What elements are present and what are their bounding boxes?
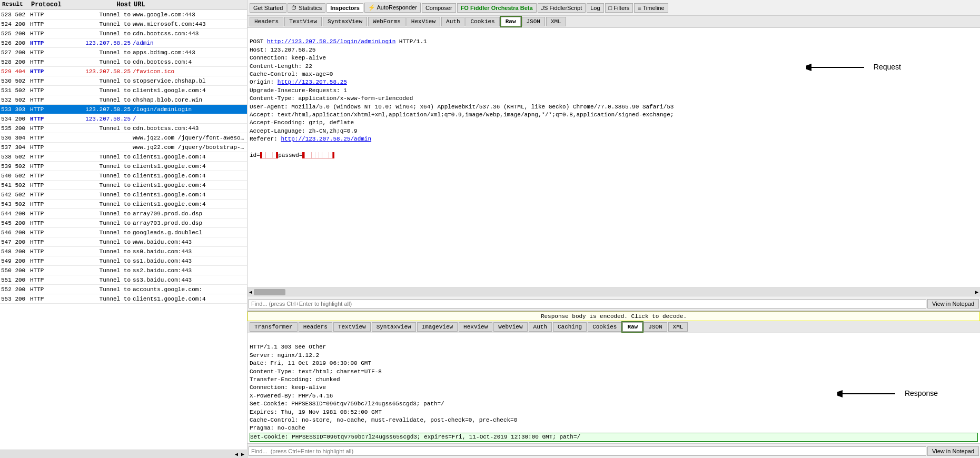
row-result: 527 200 xyxy=(1,49,30,56)
col-header-url: URL xyxy=(134,1,245,8)
tab-request-headers[interactable]: Headers xyxy=(250,17,283,26)
response-date: Date: Fri, 11 Oct 2019 06:30:00 GMT xyxy=(250,360,371,366)
tab-request-json[interactable]: JSON xyxy=(522,17,545,26)
row-url: / xyxy=(133,116,246,122)
table-row[interactable]: 533 303 HTTP 123.207.58.25 /login/adminL… xyxy=(0,105,247,114)
response-content-type: Content-Type: text/html; charset=UTF-8 xyxy=(250,369,382,375)
view-in-notepad-request-button[interactable]: View in Notepad xyxy=(927,299,979,308)
log-button[interactable]: Log xyxy=(587,3,603,13)
tab-response-raw[interactable]: Raw xyxy=(622,322,642,332)
table-row[interactable]: 532 502 HTTP Tunnel to chshap.blob.core.… xyxy=(0,95,247,105)
request-arrow-icon xyxy=(806,59,869,75)
table-row[interactable]: 549 200 HTTP Tunnel to ss1.baidu.com:443 xyxy=(0,256,247,266)
table-row[interactable]: 524 200 HTTP Tunnel to www.microsoft.com… xyxy=(0,19,247,29)
row-protocol: HTTP xyxy=(30,135,64,141)
tab-request-auth[interactable]: Auth xyxy=(441,17,464,26)
statistics-button[interactable]: ⏱ Statistics xyxy=(288,3,325,13)
timeline-button[interactable]: ≡ Timeline xyxy=(634,3,668,13)
tab-request-hexview[interactable]: HexView xyxy=(407,17,440,26)
response-cache-control: Cache-Control: no-store, no-cache, must-… xyxy=(250,417,517,423)
row-result: 547 200 xyxy=(1,239,30,245)
tab-request-cookies[interactable]: Cookies xyxy=(466,17,499,26)
tab-response-json[interactable]: JSON xyxy=(644,322,667,332)
tab-request-textview[interactable]: TextView xyxy=(284,17,322,26)
response-set-cookie-highlight1: Set-Cookie: PHPSESSID=096tqv759bc7l24ugs… xyxy=(250,433,978,442)
table-row[interactable]: 523 502 HTTP Tunnel to www.google.com:44… xyxy=(0,10,247,19)
table-row[interactable]: 530 502 HTTP Tunnel to stopservice.chsha… xyxy=(0,76,247,86)
table-row[interactable]: 550 200 HTTP Tunnel to ss2.baidu.com:443 xyxy=(0,266,247,275)
tab-caching[interactable]: Caching xyxy=(553,322,587,332)
autoresponder-button[interactable]: ⚡ AutoResponder xyxy=(364,3,421,13)
request-origin-link[interactable]: http://123.207.58.25 xyxy=(278,79,347,85)
table-row[interactable]: 548 200 HTTP Tunnel to ss0.baidu.com:443 xyxy=(0,247,247,256)
tab-response-cookies[interactable]: Cookies xyxy=(588,322,621,332)
tab-response-auth[interactable]: Auth xyxy=(529,322,552,332)
table-row[interactable]: 536 304 HTTP www.jq22.com /jquery/font-a… xyxy=(0,133,247,143)
tab-imageview[interactable]: ImageView xyxy=(417,322,458,332)
row-host: Tunnel to xyxy=(64,248,133,255)
table-row[interactable]: 537 304 HTTP www.jq22.com /jquery/bootst… xyxy=(0,143,247,152)
scroll-left-btn[interactable]: ◀ xyxy=(248,289,254,295)
table-row[interactable]: 526 200 HTTP 123.207.58.25 /admin xyxy=(0,38,247,48)
get-started-button[interactable]: Get Started xyxy=(250,3,286,13)
table-row[interactable]: 527 200 HTTP Tunnel to apps.bdimg.com:44… xyxy=(0,48,247,57)
scroll-right-btn[interactable]: ▶ xyxy=(974,289,980,295)
table-row[interactable]: 541 502 HTTP Tunnel to clients1.google.c… xyxy=(0,181,247,190)
table-row[interactable]: 544 200 HTTP Tunnel to array709.prod.do.… xyxy=(0,209,247,218)
tab-hexview[interactable]: HexView xyxy=(459,322,492,332)
tab-request-syntaxview[interactable]: SyntaxView xyxy=(323,17,367,26)
inspectors-button[interactable]: Inspectors xyxy=(326,3,363,13)
table-row[interactable]: 529 404 HTTP 123.207.58.25 /favicon.ico xyxy=(0,67,247,76)
table-row[interactable]: 535 200 HTTP Tunnel to cdn.bootcss.com:4… xyxy=(0,124,247,133)
table-row[interactable]: 553 200 HTTP Tunnel to clients1.google.c… xyxy=(0,294,247,304)
table-row[interactable]: 545 200 HTTP Tunnel to array703.prod.do.… xyxy=(0,218,247,228)
fiddler-orchestra-button[interactable]: FO Fiddler Orchestra Beta xyxy=(457,3,537,13)
response-find-input[interactable] xyxy=(249,446,926,456)
request-hscrollbar[interactable]: ◀ ▶ xyxy=(248,287,980,296)
row-result: 538 502 xyxy=(1,154,30,160)
row-url: clients1.google.com:4 xyxy=(133,87,246,94)
composer-button[interactable]: Composer xyxy=(422,3,456,13)
row-protocol: HTTP xyxy=(30,230,64,236)
response-sub-tabs: Transformer Headers TextView SyntaxView … xyxy=(248,321,980,333)
tab-request-raw[interactable]: Raw xyxy=(501,17,521,26)
response-arrow-icon xyxy=(837,386,900,402)
request-find-input[interactable] xyxy=(249,299,926,308)
table-row[interactable]: 540 502 HTTP Tunnel to clients1.google.c… xyxy=(0,171,247,181)
tab-webview[interactable]: WebView xyxy=(493,322,527,332)
view-in-notepad-response-button[interactable]: View in Notepad xyxy=(927,446,979,456)
table-row[interactable]: 534 200 HTTP 123.207.58.25 / xyxy=(0,114,247,124)
row-result: 535 200 xyxy=(1,125,30,132)
table-row[interactable]: 542 502 HTTP Tunnel to clients1.google.c… xyxy=(0,190,247,200)
tab-request-webforms[interactable]: WebForms xyxy=(368,17,405,26)
table-row[interactable]: 543 502 HTTP Tunnel to clients1.google.c… xyxy=(0,200,247,209)
row-protocol: HTTP xyxy=(30,182,64,188)
scroll-thumb[interactable] xyxy=(254,289,285,295)
scroll-right-icon[interactable]: ▶ xyxy=(240,451,246,457)
tab-response-xml[interactable]: XML xyxy=(668,322,688,332)
scroll-left-icon[interactable]: ◀ xyxy=(233,451,240,457)
response-label: Response xyxy=(905,389,938,399)
table-row[interactable]: 551 200 HTTP Tunnel to ss3.baidu.com:443 xyxy=(0,275,247,285)
row-result: 537 304 xyxy=(1,144,30,151)
request-referer-link[interactable]: http://123.207.58.25/admin xyxy=(281,136,371,142)
request-url-link[interactable]: http://123.207.58.25/login/adminLogin xyxy=(267,38,395,45)
table-row[interactable]: 546 200 HTTP Tunnel to googleads.g.doubl… xyxy=(0,228,247,237)
table-row[interactable]: 547 200 HTTP Tunnel to www.baidu.com:443 xyxy=(0,237,247,247)
tab-response-headers[interactable]: Headers xyxy=(299,322,332,332)
tab-transformer[interactable]: Transformer xyxy=(250,322,298,332)
table-row[interactable]: 552 200 HTTP Tunnel to accounts.google.c… xyxy=(0,285,247,294)
fiddlerscript-button[interactable]: JS FiddlerScript xyxy=(538,3,586,13)
left-panel: Result Protocol Host URL 523 502 HTTP Tu… xyxy=(0,0,248,458)
row-result: 553 200 xyxy=(1,296,30,302)
table-row[interactable]: 539 502 HTTP Tunnel to clients1.google.c… xyxy=(0,162,247,171)
table-row[interactable]: 538 502 HTTP Tunnel to clients1.google.c… xyxy=(0,152,247,162)
tab-response-textview[interactable]: TextView xyxy=(333,322,371,332)
tab-request-xml[interactable]: XML xyxy=(546,17,566,26)
tab-response-syntaxview[interactable]: SyntaxView xyxy=(372,322,416,332)
filters-button[interactable]: □ Filters xyxy=(605,3,633,13)
table-row[interactable]: 525 200 HTTP Tunnel to cdn.bootcss.com:4… xyxy=(0,29,247,38)
encode-bar[interactable]: Response body is encoded. Click to decod… xyxy=(248,312,980,321)
table-row[interactable]: 528 200 HTTP Tunnel to cdn.bootcss.com:4 xyxy=(0,57,247,67)
table-row[interactable]: 531 502 HTTP Tunnel to clients1.google.c… xyxy=(0,86,247,95)
